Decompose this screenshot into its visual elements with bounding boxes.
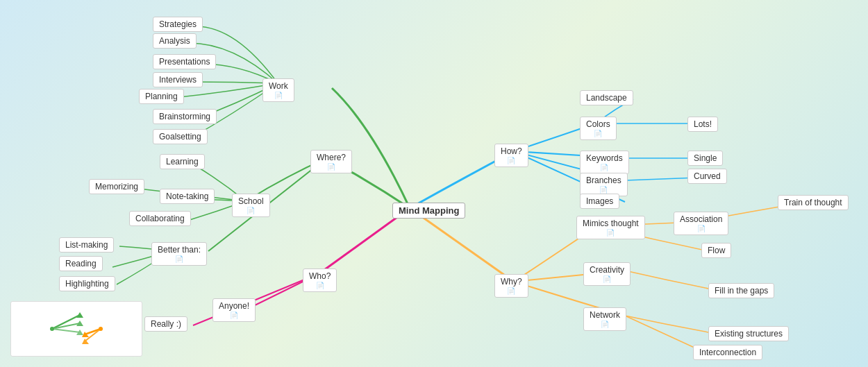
logo-box	[10, 301, 142, 357]
svg-point-10	[50, 327, 54, 331]
anyone-icon: 📄	[219, 311, 249, 319]
branches-icon: 📄	[586, 186, 621, 194]
node-where[interactable]: Where? 📄	[310, 150, 352, 173]
node-presentations[interactable]: Presentations	[153, 54, 216, 69]
why-icon: 📄	[501, 287, 522, 295]
node-lots[interactable]: Lots!	[687, 117, 718, 132]
node-work[interactable]: Work 📄	[262, 78, 294, 102]
center-node[interactable]: Mind Mapping	[392, 203, 465, 219]
node-analysis[interactable]: Analysis	[153, 33, 197, 49]
svg-point-11	[99, 327, 103, 331]
node-fill-gaps[interactable]: Fill in the gaps	[708, 283, 774, 298]
node-listmaking[interactable]: List-making	[59, 237, 114, 253]
who-icon: 📄	[309, 282, 331, 289]
node-who[interactable]: Who? 📄	[303, 268, 337, 292]
svg-line-6	[85, 329, 101, 334]
node-better-than[interactable]: Better than: 📄	[151, 242, 207, 266]
work-icon: 📄	[269, 92, 288, 99]
node-why[interactable]: Why? 📄	[494, 274, 528, 298]
node-interviews[interactable]: Interviews	[153, 72, 203, 87]
node-really[interactable]: Really :)	[144, 316, 187, 332]
node-keywords[interactable]: Keywords 📄	[580, 151, 629, 174]
node-goalsetting[interactable]: Goalsetting	[153, 129, 208, 144]
colors-icon: 📄	[586, 130, 610, 137]
node-strategies[interactable]: Strategies	[153, 17, 203, 32]
better-icon: 📄	[158, 255, 201, 263]
node-planning[interactable]: Planning	[139, 89, 184, 104]
node-landscape[interactable]: Landscape	[580, 90, 633, 105]
how-icon: 📄	[501, 157, 522, 164]
mimics-icon: 📄	[583, 229, 639, 237]
node-mimics-thought[interactable]: Mimics thought 📄	[576, 216, 645, 239]
node-existing-structures[interactable]: Existing structures	[708, 326, 789, 341]
node-notetaking[interactable]: Note-taking	[160, 189, 215, 204]
node-association[interactable]: Association 📄	[674, 212, 728, 235]
node-creativity[interactable]: Creativity 📄	[583, 262, 631, 286]
node-flow[interactable]: Flow	[701, 243, 731, 258]
association-icon: 📄	[680, 225, 722, 232]
svg-line-4	[52, 329, 80, 332]
node-images[interactable]: Images	[580, 194, 619, 209]
center-label: Mind Mapping	[399, 205, 459, 216]
node-collaborating[interactable]: Collaborating	[129, 211, 191, 226]
node-highlighting[interactable]: Highlighting	[59, 276, 115, 291]
creativity-icon: 📄	[590, 275, 624, 283]
node-anyone[interactable]: Anyone! 📄	[212, 298, 256, 322]
where-icon: 📄	[317, 163, 346, 171]
node-school[interactable]: School 📄	[232, 194, 270, 217]
network-icon: 📄	[590, 321, 620, 328]
node-train-of-thought[interactable]: Train of thought	[778, 195, 849, 210]
school-icon: 📄	[238, 207, 264, 214]
svg-marker-1	[76, 312, 83, 318]
node-single[interactable]: Single	[687, 151, 723, 166]
node-branches[interactable]: Branches 📄	[580, 173, 628, 196]
node-reading[interactable]: Reading	[59, 256, 103, 271]
node-network[interactable]: Network 📄	[583, 307, 626, 331]
node-learning[interactable]: Learning	[160, 154, 205, 169]
work-label: Work	[269, 81, 288, 91]
node-memorizing[interactable]: Memorizing	[89, 179, 144, 194]
node-curved[interactable]: Curved	[687, 169, 727, 184]
node-interconnection[interactable]: Interconnection	[693, 345, 762, 360]
keywords-icon: 📄	[586, 164, 623, 171]
node-colors[interactable]: Colors 📄	[580, 117, 617, 140]
logo-svg	[42, 308, 111, 350]
node-how[interactable]: How? 📄	[494, 144, 528, 167]
mind-map: Mind Mapping Work 📄 Strategies Analysis …	[0, 0, 868, 367]
node-brainstorming[interactable]: Brainstorming	[153, 109, 217, 124]
